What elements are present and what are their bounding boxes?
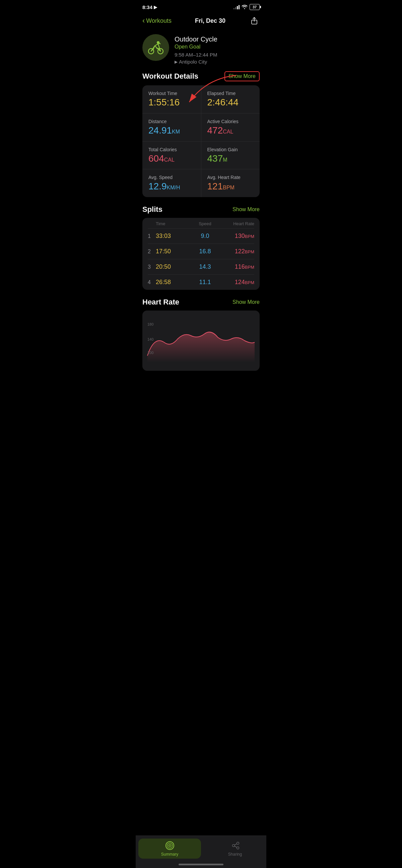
splits-row-1: 1 33:03 9.0 130BPM <box>148 228 254 244</box>
stat-elapsed-time: Elapsed Time 2:46:44 <box>201 85 260 113</box>
stat-workout-time: Workout Time 1:55:16 <box>142 85 201 113</box>
wifi-icon <box>241 4 248 10</box>
split-1-num: 1 <box>148 233 156 239</box>
tab-sharing-label: Sharing <box>228 852 242 857</box>
heart-rate-chart-svg: 180 140 100 <box>144 315 258 366</box>
back-label: Workouts <box>146 18 172 24</box>
heart-rate-section: Heart Rate Show More 180 140 100 <box>136 298 266 411</box>
stats-row-1: Workout Time 1:55:16 Elapsed Time 2:46:4… <box>142 85 260 114</box>
splits-header: Splits Show More <box>142 205 260 214</box>
stats-row-2: Distance 24.91KM Active Calories 472CAL <box>142 114 260 142</box>
workout-info: Outdoor Cycle Open Goal 9:58 AM–12:44 PM… <box>175 34 260 65</box>
workout-time-range: 9:58 AM–12:44 PM <box>175 52 260 58</box>
split-3-hr: 116BPM <box>222 264 254 270</box>
workout-details-header: Workout Details Show More <box>142 71 260 81</box>
split-1-time: 33:03 <box>156 232 189 240</box>
stat-elevation-gain: Elevation Gain 437M <box>201 142 260 169</box>
nav-title: Fri, Dec 30 <box>195 18 226 24</box>
tab-summary-label: Summary <box>161 852 178 857</box>
svg-point-15 <box>236 847 239 849</box>
stats-row-3: Total Calories 604CAL Elevation Gain 437… <box>142 142 260 169</box>
stat-value-distance: 24.91KM <box>148 125 195 136</box>
splits-col-time-header: Time <box>156 221 189 226</box>
split-3-speed: 14.3 <box>189 264 222 270</box>
split-2-hr: 122BPM <box>222 248 254 255</box>
workout-type: Outdoor Cycle <box>175 35 260 43</box>
splits-row-3: 3 20:50 14.3 116BPM <box>148 259 254 275</box>
share-button[interactable] <box>249 16 260 26</box>
tab-summary[interactable]: Summary <box>138 839 201 859</box>
heart-rate-show-more[interactable]: Show More <box>232 299 260 305</box>
summary-tab-icon <box>165 841 175 850</box>
workout-header: Outdoor Cycle Open Goal 9:58 AM–12:44 PM… <box>136 31 266 71</box>
location-arrow-icon: ▶ <box>154 5 157 10</box>
stat-value-active-calories: 472CAL <box>207 125 254 136</box>
stat-label-elapsed-time: Elapsed Time <box>207 91 254 96</box>
heart-rate-chart: 180 140 100 <box>142 311 260 371</box>
stat-label-workout-time: Workout Time <box>148 91 195 96</box>
status-right: 37 <box>233 4 260 10</box>
time-display: 8:34 <box>142 4 152 10</box>
stat-value-workout-time: 1:55:16 <box>148 97 195 108</box>
heart-rate-header: Heart Rate Show More <box>142 298 260 307</box>
svg-line-17 <box>234 846 237 847</box>
splits-col-num-header <box>148 221 156 226</box>
stat-avg-heart-rate: Avg. Heart Rate 121BPM <box>201 169 260 197</box>
sharing-tab-icon <box>230 841 240 850</box>
stat-value-avg-heart-rate: 121BPM <box>207 181 254 192</box>
splits-col-speed-header: Speed <box>189 221 222 226</box>
workout-location: ▶ Antipolo City <box>175 59 260 65</box>
svg-text:180: 180 <box>147 322 153 326</box>
back-button[interactable]: ‹ Workouts <box>142 17 172 24</box>
stat-value-elevation-gain: 437M <box>207 154 254 164</box>
battery-icon: 37 <box>250 4 260 10</box>
location-text: Antipolo City <box>179 59 207 65</box>
stat-label-total-calories: Total Calories <box>148 147 195 152</box>
split-2-time: 17:50 <box>156 248 189 255</box>
stat-value-avg-speed: 12.9KM/H <box>148 181 195 192</box>
split-4-speed: 11.1 <box>189 279 222 286</box>
stat-avg-speed: Avg. Speed 12.9KM/H <box>142 169 201 197</box>
splits-title: Splits <box>142 205 163 214</box>
svg-point-14 <box>236 842 239 844</box>
tab-sharing[interactable]: Sharing <box>204 839 266 859</box>
splits-header-row: Time Speed Heart Rate <box>148 218 254 228</box>
stat-label-avg-speed: Avg. Speed <box>148 175 195 180</box>
splits-section: Splits Show More Time Speed Heart Rate 1… <box>136 205 266 298</box>
stats-row-4: Avg. Speed 12.9KM/H Avg. Heart Rate 121B… <box>142 169 260 197</box>
splits-row-4: 4 26:58 11.1 124BPM <box>148 275 254 290</box>
workout-goal: Open Goal <box>175 44 260 50</box>
split-4-num: 4 <box>148 279 156 285</box>
stat-label-elevation-gain: Elevation Gain <box>207 147 254 152</box>
stat-label-distance: Distance <box>148 119 195 124</box>
splits-row-2: 2 17:50 16.8 122BPM <box>148 244 254 259</box>
splits-show-more[interactable]: Show More <box>232 207 260 213</box>
location-icon: ▶ <box>175 60 177 64</box>
splits-card: Time Speed Heart Rate 1 33:03 9.0 130BPM… <box>142 218 260 290</box>
stat-value-elapsed-time: 2:46:44 <box>207 97 254 108</box>
split-4-time: 26:58 <box>156 279 189 286</box>
svg-line-16 <box>234 844 237 845</box>
stat-label-avg-heart-rate: Avg. Heart Rate <box>207 175 254 180</box>
split-1-hr: 130BPM <box>222 232 254 240</box>
tab-bar: Summary Sharing <box>136 836 266 868</box>
status-time: 8:34 ▶ <box>142 4 157 10</box>
stat-active-calories: Active Calories 472CAL <box>201 114 260 141</box>
workout-icon-circle <box>142 34 169 61</box>
status-bar: 8:34 ▶ 37 <box>136 0 266 13</box>
stat-value-total-calories: 604CAL <box>148 154 195 164</box>
stat-distance: Distance 24.91KM <box>142 114 201 141</box>
svg-point-12 <box>169 845 170 846</box>
svg-text:100: 100 <box>147 351 153 355</box>
split-3-time: 20:50 <box>156 264 189 270</box>
stat-total-calories: Total Calories 604CAL <box>142 142 201 169</box>
workout-details-title: Workout Details <box>142 72 198 81</box>
heart-rate-title: Heart Rate <box>142 298 179 307</box>
page-wrapper: 8:34 ▶ 37 ‹ Wor <box>136 0 266 411</box>
stat-label-active-calories: Active Calories <box>207 119 254 124</box>
signal-strength-icon <box>233 5 239 9</box>
workout-details-section: Workout Details Show More Workout Time 1… <box>136 71 266 205</box>
home-indicator <box>178 864 224 865</box>
workout-details-show-more[interactable]: Show More <box>225 71 260 81</box>
split-2-speed: 16.8 <box>189 248 222 255</box>
